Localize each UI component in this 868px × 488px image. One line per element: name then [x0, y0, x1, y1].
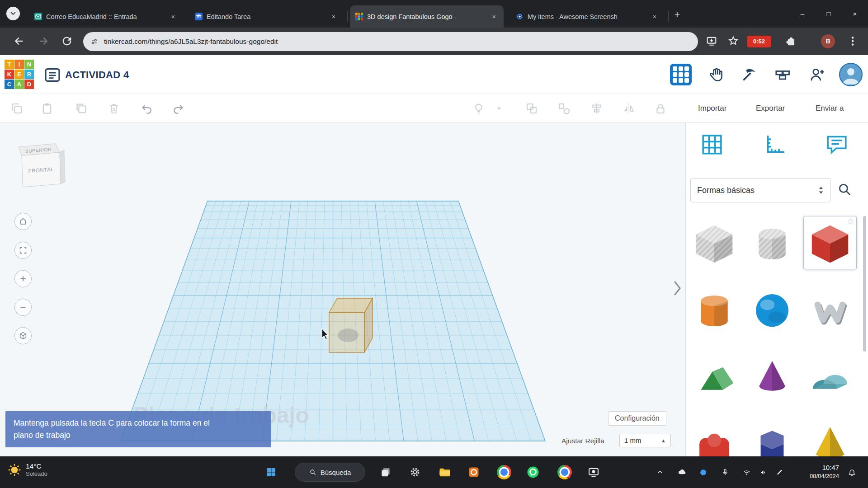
copy-icon[interactable]	[10, 102, 24, 115]
account-avatar[interactable]	[839, 63, 863, 86]
screen-recorder-app-button[interactable]	[584, 462, 604, 482]
zoom-out-button[interactable]	[14, 299, 32, 316]
group-icon[interactable]	[525, 102, 538, 115]
start-button[interactable]	[261, 462, 281, 482]
add-person-icon[interactable]	[808, 66, 826, 84]
lock-icon[interactable]	[654, 102, 667, 115]
whatsapp-button[interactable]	[523, 462, 543, 482]
pickaxe-icon[interactable]	[740, 66, 758, 84]
fit-view-button[interactable]	[14, 242, 32, 259]
back-icon[interactable]	[13, 35, 25, 47]
app-icon-orange[interactable]	[464, 462, 484, 482]
forward-icon[interactable]	[37, 35, 50, 47]
browser-tab-tinkercad[interactable]: 3D design Fantabulous Gogo - ×	[350, 5, 504, 28]
window-close-button[interactable]: ×	[842, 0, 868, 28]
bulb-dropdown-caret-icon[interactable]	[495, 102, 503, 115]
wifi-tray-button[interactable]	[738, 464, 755, 480]
notifications-button[interactable]	[844, 465, 860, 481]
screen-recorder-badge[interactable]: 0:52	[747, 36, 771, 47]
workplane-helper-button[interactable]	[699, 132, 725, 157]
send-to-button[interactable]: Enviar a	[812, 94, 847, 123]
extensions-puzzle-icon[interactable]	[785, 35, 797, 47]
taskbar-search[interactable]: Búsqueda	[295, 463, 365, 482]
tray-expand-button[interactable]	[652, 464, 668, 480]
perspective-toggle-button[interactable]	[14, 327, 32, 344]
paste-icon[interactable]	[40, 102, 54, 115]
shape-tile-cilindro-transparente[interactable]	[745, 216, 799, 269]
shape-tile-caja-transparente[interactable]	[688, 216, 741, 269]
home-view-button[interactable]	[14, 213, 32, 230]
install-app-icon[interactable]	[705, 35, 718, 47]
design-title[interactable]: ACTIVIDAD 4	[65, 69, 129, 81]
microphone-tray-button[interactable]	[717, 464, 733, 480]
address-bar[interactable]: tinkercad.com/things/a6JL5aL3zjt-fantabu…	[83, 32, 698, 51]
window-minimize-button[interactable]: –	[789, 0, 816, 28]
chrome-profile-button[interactable]	[555, 462, 575, 482]
tinker-hand-icon[interactable]	[708, 66, 726, 84]
browser-profile-avatar[interactable]: B	[821, 34, 835, 48]
export-button[interactable]: Exportar	[752, 94, 788, 123]
chrome-button[interactable]	[494, 462, 514, 482]
new-tab-button[interactable]: +	[671, 9, 684, 21]
panel-scrollbar[interactable]	[863, 216, 866, 352]
redo-icon[interactable]	[171, 102, 185, 115]
browser-tab-mail[interactable]: Correo EducaMadrid :: Entrada ×	[29, 5, 183, 28]
bookmark-star-icon[interactable]	[727, 35, 740, 47]
undo-icon[interactable]	[140, 102, 154, 115]
shape-tile-piramide[interactable]	[803, 417, 857, 456]
tinkercad-logo[interactable]: T I N K E R C A D	[5, 60, 35, 90]
shape-tile-garabato[interactable]	[803, 283, 857, 336]
duplicate-icon[interactable]	[75, 102, 88, 115]
tab-close-icon[interactable]: ×	[169, 13, 177, 21]
shape-tile-poligono[interactable]	[745, 417, 799, 456]
viewport-3d[interactable]: SUPERIOR FRONTAL Plano de trabajo	[0, 123, 685, 456]
file-explorer-button[interactable]	[434, 462, 454, 482]
delete-icon[interactable]	[107, 102, 121, 115]
import-button[interactable]: Importar	[694, 94, 730, 123]
dashboard-grid-button[interactable]	[670, 64, 692, 85]
favorite-star-icon[interactable]: ☆	[847, 216, 854, 227]
design-menu-icon[interactable]	[43, 66, 61, 84]
shape-category-dropdown[interactable]: Formas básicas	[690, 178, 830, 202]
onedrive-tray-button[interactable]	[674, 464, 690, 480]
weather-widget[interactable]: 14°C Soleado	[7, 462, 47, 477]
browser-tab-myitems[interactable]: My items - Awesome Screensh ×	[510, 5, 664, 28]
app-tray-button-blue[interactable]	[695, 464, 711, 480]
show-all-bulb-icon[interactable]	[472, 102, 486, 115]
mirror-icon[interactable]	[622, 102, 636, 115]
window-maximize-button[interactable]: □	[816, 0, 842, 28]
shape-tile-caja[interactable]: ☆	[803, 216, 857, 269]
settings-app-button[interactable]	[405, 462, 425, 482]
browser-menu-kebab-icon[interactable]	[846, 35, 859, 47]
notes-helper-button[interactable]	[824, 132, 849, 157]
shape-tile-cilindro[interactable]	[688, 283, 741, 336]
cube-icon	[18, 331, 28, 341]
shape-tile-cono[interactable]	[745, 350, 799, 403]
panel-collapse-handle[interactable]	[673, 279, 683, 297]
zoom-in-button[interactable]	[14, 270, 32, 287]
shape-tile-esfera[interactable]	[745, 283, 799, 336]
browser-tab-tarea[interactable]: Editando Tarea ×	[189, 5, 343, 28]
reload-icon[interactable]	[61, 35, 73, 47]
shape-tile-techo[interactable]	[688, 350, 741, 403]
ungroup-icon[interactable]	[557, 102, 571, 115]
shape-tile-techo-redondo[interactable]	[803, 350, 857, 403]
shape-tile-forma-roja[interactable]	[688, 417, 741, 456]
snap-grid-select[interactable]: 1 mm▲	[619, 434, 671, 447]
align-icon[interactable]	[590, 102, 604, 115]
site-settings-icon[interactable]	[90, 38, 99, 46]
tab-close-icon[interactable]: ×	[651, 13, 659, 21]
ruler-helper-button[interactable]	[763, 132, 788, 157]
settings-button[interactable]: Configuración	[608, 411, 666, 426]
workplane-canvas[interactable]	[0, 123, 685, 456]
pen-tray-button[interactable]	[771, 464, 788, 480]
tab-search-button[interactable]	[6, 7, 20, 20]
taskbar-clock[interactable]: 10:47 08/04/2024	[790, 464, 839, 479]
view-cube[interactable]: SUPERIOR FRONTAL	[16, 138, 71, 192]
bricks-icon[interactable]	[774, 66, 792, 84]
task-view-button[interactable]	[376, 462, 396, 482]
tab-close-icon[interactable]: ×	[490, 13, 498, 21]
shape-search-button[interactable]	[837, 182, 855, 200]
tab-close-icon[interactable]: ×	[330, 13, 338, 21]
volume-tray-button[interactable]	[755, 464, 771, 480]
